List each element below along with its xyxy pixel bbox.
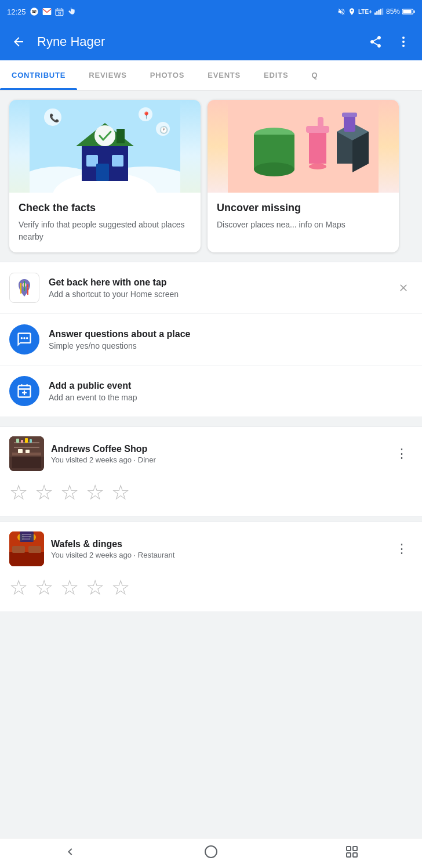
app-bar: Ryne Hager: [0, 23, 422, 60]
svg-rect-68: [9, 552, 44, 566]
svg-rect-24: [96, 164, 109, 181]
svg-rect-5: [376, 11, 377, 15]
svg-rect-59: [14, 447, 39, 448]
svg-point-39: [309, 164, 326, 169]
star-1[interactable]: ☆: [9, 480, 28, 505]
uncover-missing-card[interactable]: Uncover missing Discover places nea... i…: [208, 100, 399, 252]
svg-point-35: [254, 162, 294, 176]
andrews-coffee-card: Andrews Coffee Shop You visited 2 weeks …: [0, 426, 422, 517]
star-3[interactable]: ☆: [60, 480, 79, 505]
svg-point-25: [94, 125, 115, 146]
network-type: LTE+: [358, 9, 372, 15]
page-title: Ryne Hager: [37, 34, 357, 49]
svg-rect-81: [353, 853, 357, 857]
andrews-coffee-header: Andrews Coffee Shop You visited 2 weeks …: [9, 436, 413, 471]
place-cards-section: Andrews Coffee Shop You visited 2 weeks …: [0, 422, 422, 612]
svg-rect-69: [12, 546, 25, 553]
nav-recents-button[interactable]: [331, 840, 373, 867]
tab-contribute[interactable]: CONTRIBUTE: [0, 60, 77, 90]
shortcut-list-item[interactable]: Get back here with one tap Add a shortcu…: [0, 262, 422, 313]
star-4[interactable]: ☆: [86, 480, 104, 505]
wafels-star-4[interactable]: ☆: [86, 576, 104, 600]
svg-rect-23: [112, 155, 123, 167]
svg-rect-11: [403, 10, 411, 13]
tab-edits[interactable]: EDITS: [252, 60, 300, 90]
tab-reviews[interactable]: REVIEWS: [77, 60, 139, 90]
svg-point-77: [205, 846, 217, 858]
svg-rect-38: [318, 117, 323, 129]
uncover-missing-title: Uncover missing: [217, 202, 390, 214]
svg-text:31: 31: [58, 11, 61, 15]
svg-rect-64: [18, 449, 23, 453]
star-5[interactable]: ☆: [111, 480, 130, 505]
check-facts-card[interactable]: 📞 📍 🕐 Check the facts Verify info that p…: [9, 100, 201, 252]
svg-rect-61: [21, 440, 23, 443]
star-2[interactable]: ☆: [35, 480, 53, 505]
answer-questions-title: Answer questions about a place: [49, 329, 413, 339]
location-icon: [348, 8, 356, 16]
tab-photos[interactable]: PHOTOS: [139, 60, 196, 90]
wafels-dinges-more-button[interactable]: ⋮: [391, 539, 413, 559]
svg-point-51: [23, 337, 26, 339]
check-facts-title: Check the facts: [19, 202, 191, 214]
andrews-coffee-name: Andrews Coffee Shop: [51, 444, 391, 454]
wafels-star-2[interactable]: ☆: [35, 576, 53, 600]
wafels-dinges-star-row: ☆ ☆ ☆ ☆ ☆: [9, 573, 413, 602]
svg-rect-44: [342, 113, 357, 117]
svg-point-13: [402, 41, 405, 43]
svg-rect-4: [374, 13, 376, 15]
add-event-title: Add a public event: [49, 381, 413, 391]
check-facts-image: 📞 📍 🕐: [9, 100, 201, 193]
svg-point-14: [402, 45, 405, 47]
svg-rect-63: [30, 439, 32, 443]
svg-rect-62: [25, 438, 28, 443]
bottom-nav: [0, 838, 422, 868]
svg-rect-7: [380, 9, 381, 15]
touch-icon: [67, 7, 77, 16]
signal-icon: [374, 8, 384, 15]
andrews-coffee-more-button[interactable]: ⋮: [391, 444, 413, 464]
answer-questions-text: Answer questions about a place Simple ye…: [49, 329, 413, 350]
time: 12:25: [7, 8, 26, 16]
nav-back-button[interactable]: [49, 840, 91, 867]
answer-questions-list-item[interactable]: Answer questions about a place Simple ye…: [0, 313, 422, 365]
wafels-dinges-meta: You visited 2 weeks ago · Restaurant: [51, 551, 391, 559]
svg-rect-21: [117, 129, 125, 143]
wafels-dinges-card: Wafels & dinges You visited 2 weeks ago …: [0, 522, 422, 612]
status-left: 12:25 31: [7, 7, 77, 16]
back-button[interactable]: [9, 32, 28, 51]
svg-rect-79: [347, 853, 351, 857]
check-facts-desc: Verify info that people suggested about …: [19, 219, 191, 243]
shortcut-title: Get back here with one tap: [49, 277, 394, 288]
dismiss-button[interactable]: [394, 279, 413, 297]
svg-rect-36: [309, 129, 326, 164]
uncover-missing-image: [208, 100, 399, 193]
wafels-star-3[interactable]: ☆: [60, 576, 79, 600]
add-event-list-item[interactable]: Add a public event Add an event to the m…: [0, 365, 422, 417]
maps-logo-icon: [9, 273, 39, 303]
svg-rect-1: [42, 8, 51, 15]
wafels-star-5[interactable]: ☆: [111, 576, 130, 600]
andrews-coffee-star-row: ☆ ☆ ☆ ☆ ☆: [9, 478, 413, 507]
wafels-dinges-header: Wafels & dinges You visited 2 weeks ago …: [9, 531, 413, 566]
shortcut-text: Get back here with one tap Add a shortcu…: [49, 277, 394, 299]
tab-bar: CONTRIBUTE REVIEWS PHOTOS EVENTS EDITS Q: [0, 60, 422, 91]
spotify-icon: [30, 7, 39, 16]
battery-icon: [402, 8, 415, 15]
add-event-text: Add a public event Add an event to the m…: [49, 381, 413, 402]
check-facts-body: Check the facts Verify info that people …: [9, 193, 201, 252]
answer-questions-icon-circle: [9, 324, 39, 355]
svg-rect-60: [16, 439, 19, 443]
wafels-dinges-thumbnail: [9, 531, 44, 566]
battery-percent: 85%: [386, 8, 400, 16]
wafels-star-1[interactable]: ☆: [9, 576, 28, 600]
svg-rect-65: [26, 450, 30, 453]
more-options-button[interactable]: [394, 32, 413, 51]
share-button[interactable]: [366, 32, 385, 51]
nav-home-button[interactable]: [190, 840, 232, 867]
tab-events[interactable]: EVENTS: [196, 60, 252, 90]
calendar-icon: 31: [55, 8, 64, 16]
feature-cards-row: 📞 📍 🕐 Check the facts Verify info that p…: [0, 91, 422, 262]
tab-q[interactable]: Q: [300, 60, 329, 90]
mute-icon: [337, 8, 345, 16]
